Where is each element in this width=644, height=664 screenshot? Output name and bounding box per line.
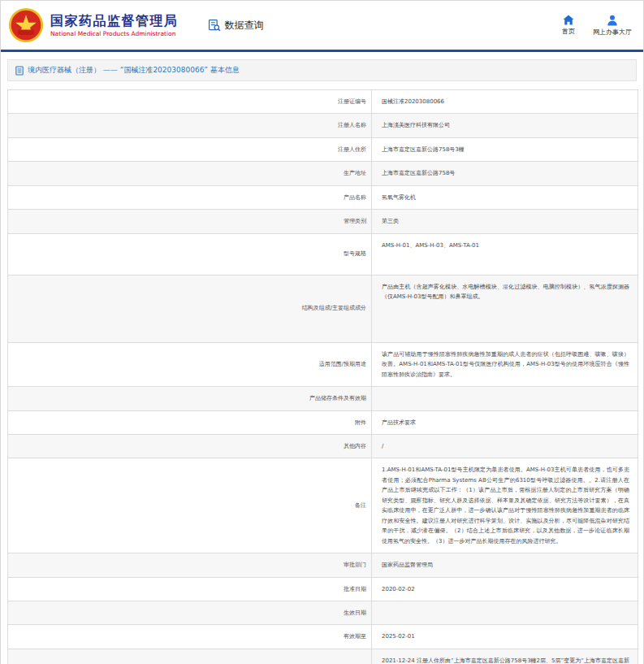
row-value: 产品由主机（含超声雾化模块、水电解槽模块、湿化过滤模块、电脑控制模块）、氢气浓度…	[372, 275, 638, 342]
row-value: 2020-02-02	[372, 577, 638, 601]
table-row: 注册人住所上海市嘉定区嘉新公路758号3幢	[8, 137, 638, 161]
table-row: 适用范围/预期用途该产品可辅助用于慢性阻塞性肺疾病急性加重期的成人患者的症状（包…	[8, 342, 638, 386]
table-row: 附件产品技术要求	[8, 410, 638, 434]
row-value: 2021-12-24 注册人住所由“上海市嘉定区嘉新公路758号3幢2层、5层”…	[372, 649, 638, 664]
row-value: 产品技术要求	[372, 410, 638, 434]
org-name-en: National Medical Products Administration	[50, 30, 179, 37]
table-row: 生产地址上海市嘉定区嘉新公路758号	[8, 162, 638, 185]
online-hall-label: 网上办事大厅	[593, 28, 632, 37]
table-row: 注册证编号国械注准20203080066	[8, 90, 638, 114]
home-label: 首页	[562, 27, 575, 36]
row-value	[372, 387, 638, 410]
site-header: 国家药品监督管理局 National Medical Products Admi…	[1, 1, 643, 52]
document-icon	[15, 66, 24, 76]
table-row: 有效期至2025-02-01	[8, 625, 638, 649]
row-value: /	[372, 434, 638, 458]
row-label: 适用范围/预期用途	[8, 342, 372, 386]
table-row: 变更情况2021-12-24 注册人住所由“上海市嘉定区嘉新公路758号3幢2层…	[8, 649, 638, 664]
table-row: 注册人名称上海潓美医疗科技有限公司	[8, 114, 638, 137]
row-label: 审批部门	[8, 553, 372, 577]
row-label: 生效日期	[8, 601, 372, 624]
quick-links: 首页 网上办事大厅	[557, 15, 635, 37]
row-label: 注册证编号	[8, 90, 372, 114]
online-hall-link[interactable]: 网上办事大厅	[593, 15, 632, 37]
row-value: 国家药品监督管理局	[372, 553, 638, 577]
brand: 国家药品监督管理局 National Medical Products Admi…	[8, 7, 179, 43]
breadcrumb: 境内医疗器械（注册） —— “国械注准20203080066” 基本信息	[7, 59, 637, 81]
data-query-icon	[208, 19, 221, 32]
table-row: 生效日期	[8, 601, 638, 624]
row-value: 氢氧气雾化机	[372, 185, 638, 209]
brand-text: 国家药品监督管理局 National Medical Products Admi…	[50, 13, 179, 37]
row-value: 第三类	[372, 210, 638, 233]
row-value: AMS-H-01、AMS-H-03、AMS-TA-01	[372, 233, 638, 275]
row-label: 其他内容	[8, 434, 372, 458]
org-name-cn: 国家药品监督管理局	[50, 13, 179, 28]
row-label: 管理类别	[8, 210, 372, 233]
page-root: 国家药品监督管理局 National Medical Products Admi…	[0, 0, 644, 664]
table-row: 产品储存条件及有效期	[8, 387, 638, 410]
row-label: 生产地址	[8, 162, 372, 185]
data-query-label: 数据查询	[225, 19, 264, 33]
row-value: 上海市嘉定区嘉新公路758号	[372, 162, 638, 185]
row-label: 批准日期	[8, 577, 372, 601]
row-value	[372, 601, 638, 624]
row-value: 上海潓美医疗科技有限公司	[372, 114, 638, 137]
row-label: 有效期至	[8, 625, 372, 649]
data-query-tab[interactable]: 数据查询	[208, 19, 264, 33]
row-value: 2025-02-01	[372, 625, 638, 649]
table-row: 备注1.AMS-H-01和AMS-TA-01型号主机限定为单患者使用。AMS-H…	[8, 458, 638, 553]
row-label: 备注	[8, 458, 372, 553]
row-label: 注册人名称	[8, 114, 372, 137]
table-row: 结构及组成/主要组成成分产品由主机（含超声雾化模块、水电解槽模块、湿化过滤模块、…	[8, 275, 638, 342]
nmpa-emblem-logo	[8, 7, 44, 43]
home-icon	[563, 15, 574, 25]
page-title: 境内医疗器械（注册） —— “国械注准20203080066” 基本信息	[28, 65, 240, 76]
row-label: 型号规格	[8, 233, 372, 275]
table-row: 型号规格AMS-H-01、AMS-H-03、AMS-TA-01	[8, 233, 638, 275]
table-row: 审批部门国家药品监督管理局	[8, 553, 638, 577]
table-row: 产品名称氢氧气雾化机	[8, 185, 638, 209]
registration-info-table: 注册证编号国械注准20203080066注册人名称上海潓美医疗科技有限公司注册人…	[7, 89, 638, 664]
row-label: 产品储存条件及有效期	[8, 387, 372, 410]
row-value: 上海市嘉定区嘉新公路758号3幢	[372, 137, 638, 161]
row-value: 国械注准20203080066	[372, 90, 638, 114]
home-link[interactable]: 首页	[557, 15, 580, 37]
row-label: 注册人住所	[8, 137, 372, 161]
row-label: 产品名称	[8, 185, 372, 209]
row-label: 结构及组成/主要组成成分	[8, 275, 372, 342]
table-row: 管理类别第三类	[8, 210, 638, 233]
row-label: 变更情况	[8, 649, 372, 664]
table-row: 其他内容/	[8, 434, 638, 458]
user-icon	[607, 15, 618, 26]
row-value: 该产品可辅助用于慢性阻塞性肺疾病急性加重期的成人患者的症状（包括呼吸困难、咳嗽、…	[372, 342, 638, 386]
row-label: 附件	[8, 410, 372, 434]
row-value: 1.AMS-H-01和AMS-TA-01型号主机限定为单患者使用。AMS-H-0…	[372, 458, 638, 553]
table-row: 批准日期2020-02-02	[8, 577, 638, 601]
